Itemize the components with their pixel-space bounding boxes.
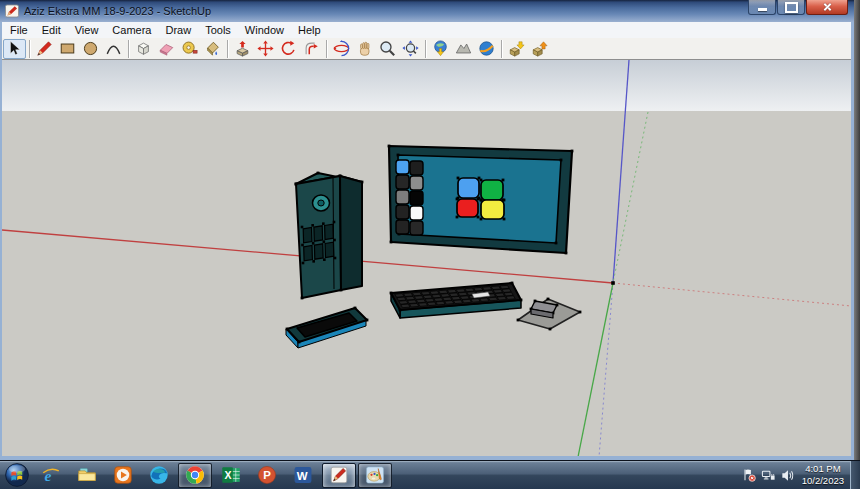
sky	[2, 60, 851, 111]
tool-toggle-terrain[interactable]	[452, 39, 475, 59]
tool-make-component[interactable]	[132, 39, 155, 59]
window-title: Aziz Ekstra MM 18-9-2023 - SketchUp	[24, 5, 211, 17]
window-border-left	[0, 22, 2, 456]
internet-explorer-icon: e	[40, 464, 62, 486]
menu-help[interactable]: Help	[291, 23, 328, 37]
tape-measure-icon	[181, 40, 198, 57]
taskbar-item-chrome[interactable]	[178, 463, 212, 488]
taskbar-item-internet-explorer[interactable]: e	[34, 463, 68, 488]
move-icon	[257, 40, 274, 57]
start-button[interactable]	[1, 461, 33, 489]
line-icon	[36, 40, 53, 57]
tool-orbit[interactable]	[330, 39, 353, 59]
volume-icon[interactable]	[779, 467, 796, 484]
toolbar-separator	[501, 40, 502, 58]
menu-window[interactable]: Window	[238, 23, 291, 37]
tower-power-button-center[interactable]	[318, 200, 324, 206]
maximize-button[interactable]	[777, 0, 805, 15]
taskbar-item-powerpoint[interactable]: P	[250, 463, 284, 488]
sketchup-icon	[328, 464, 350, 486]
tool-paint-bucket[interactable]	[201, 39, 224, 59]
show-desktop-button[interactable]	[850, 461, 860, 489]
taskbar-item-edge[interactable]	[142, 463, 176, 488]
menu-draw[interactable]: Draw	[158, 23, 198, 37]
minimize-icon	[758, 8, 767, 11]
excel-icon: X	[220, 464, 242, 486]
tool-offset[interactable]	[300, 39, 323, 59]
tool-pan[interactable]	[353, 39, 376, 59]
photo-textures-icon	[478, 40, 495, 57]
tool-add-location[interactable]	[429, 39, 452, 59]
chrome-icon	[184, 464, 206, 486]
taskbar-item-paint[interactable]	[358, 463, 392, 488]
tool-push-pull[interactable]	[231, 39, 254, 59]
get-models-icon	[508, 40, 525, 57]
tool-share-models[interactable]	[528, 39, 551, 59]
tool-arc[interactable]	[102, 39, 125, 59]
tool-circle[interactable]	[79, 39, 102, 59]
toggle-terrain-icon	[455, 40, 472, 57]
taskbar-item-sketchup[interactable]	[322, 463, 356, 488]
clock[interactable]: 4:01 PM 10/2/2023	[802, 463, 844, 488]
menu-bar: FileEditViewCameraDrawToolsWindowHelp	[0, 22, 852, 38]
tower-side[interactable]	[340, 176, 362, 290]
tool-zoom[interactable]	[376, 39, 399, 59]
offset-icon	[303, 40, 320, 57]
powerpoint-icon: P	[256, 464, 278, 486]
tray-icons	[740, 467, 797, 484]
network-icon[interactable]	[760, 467, 777, 484]
tool-select[interactable]	[3, 39, 26, 59]
menu-tools[interactable]: Tools	[198, 23, 238, 37]
tool-get-models[interactable]	[505, 39, 528, 59]
tool-zoom-extents[interactable]	[399, 39, 422, 59]
maximize-icon	[785, 2, 798, 13]
toolbar-separator	[326, 40, 327, 58]
clock-time: 4:01 PM	[802, 463, 844, 475]
tool-eraser[interactable]	[155, 39, 178, 59]
viewport-3d[interactable]	[2, 60, 851, 456]
system-tray: 4:01 PM 10/2/2023	[740, 461, 860, 489]
model-scene[interactable]	[2, 60, 851, 456]
toolbar	[0, 38, 852, 60]
zoom-icon	[379, 40, 396, 57]
taskbar: eXPW 4:01 PM 10/2/2023	[0, 460, 860, 489]
tool-line[interactable]	[33, 39, 56, 59]
menu-file[interactable]: File	[3, 23, 35, 37]
word-icon: W	[292, 464, 314, 486]
close-button[interactable]	[806, 0, 848, 15]
minimize-button[interactable]	[748, 0, 776, 15]
window-controls	[747, 0, 848, 15]
rectangle-icon	[59, 40, 76, 57]
menu-view[interactable]: View	[68, 23, 106, 37]
clock-date: 10/2/2023	[802, 475, 844, 487]
tool-rotate[interactable]	[277, 39, 300, 59]
tool-tape-measure[interactable]	[178, 39, 201, 59]
start-icon	[4, 462, 30, 488]
toolbar-separator	[29, 40, 30, 58]
sketchup-app-icon	[5, 4, 19, 18]
svg-text:W: W	[297, 470, 308, 482]
edge-icon	[148, 464, 170, 486]
desktop-screen: Aziz Ekstra MM 18-9-2023 - SketchUp File…	[0, 0, 860, 489]
pan-icon	[356, 40, 373, 57]
tool-move[interactable]	[254, 39, 277, 59]
rotate-icon	[280, 40, 297, 57]
circle-icon	[82, 40, 99, 57]
screen-edge	[854, 0, 860, 460]
windows-explorer-icon	[76, 464, 98, 486]
menu-edit[interactable]: Edit	[35, 23, 68, 37]
tool-photo-textures[interactable]	[475, 39, 498, 59]
action-center-icon[interactable]	[741, 467, 758, 484]
menu-camera[interactable]: Camera	[105, 23, 158, 37]
taskbar-item-excel[interactable]: X	[214, 463, 248, 488]
eraser-icon	[158, 40, 175, 57]
taskbar-item-media-player[interactable]	[106, 463, 140, 488]
taskbar-item-word[interactable]: W	[286, 463, 320, 488]
tool-rectangle[interactable]	[56, 39, 79, 59]
svg-text:P: P	[263, 469, 271, 481]
svg-text:X: X	[224, 469, 231, 481]
screen-palette[interactable]	[396, 160, 423, 235]
taskbar-item-windows-explorer[interactable]	[70, 463, 104, 488]
add-location-icon	[432, 40, 449, 57]
title-bar: Aziz Ekstra MM 18-9-2023 - SketchUp	[0, 0, 860, 22]
